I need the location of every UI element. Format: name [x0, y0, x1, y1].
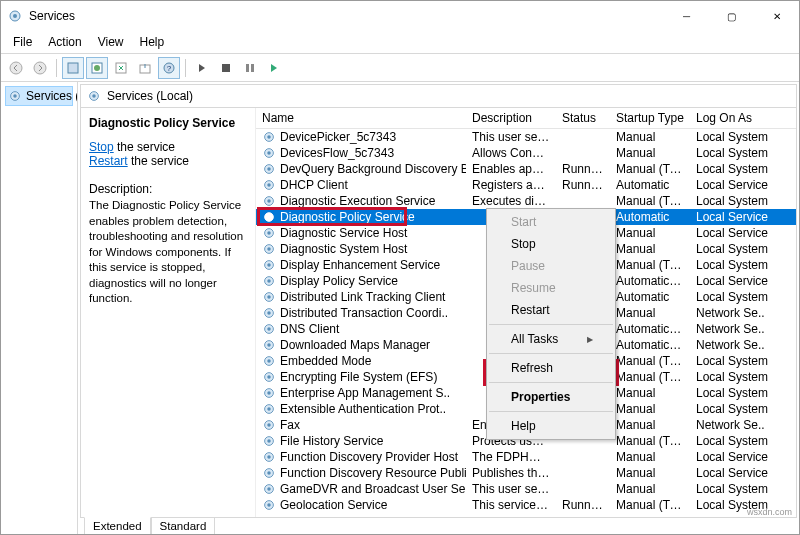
services-list: Name Description Status Startup Type Log… [256, 108, 796, 517]
ctx-help[interactable]: Help [487, 415, 615, 437]
svg-point-61 [267, 471, 271, 475]
table-row[interactable]: Geolocation ServiceThis service mo..Runn… [256, 497, 796, 513]
svg-point-39 [267, 295, 271, 299]
refresh-button[interactable] [110, 57, 132, 79]
svg-point-51 [267, 391, 271, 395]
toolbar-icon-2[interactable] [86, 57, 108, 79]
svg-point-19 [267, 135, 271, 139]
svg-point-65 [267, 503, 271, 507]
svg-rect-12 [246, 64, 249, 72]
svg-point-33 [267, 247, 271, 251]
play-button[interactable] [191, 57, 213, 79]
ctx-restart[interactable]: Restart [487, 299, 615, 321]
svg-rect-4 [68, 63, 78, 73]
svg-point-23 [267, 167, 271, 171]
titlebar: Services ─ ▢ ✕ [1, 1, 799, 31]
ctx-all-tasks[interactable]: All Tasks▶ [487, 328, 615, 350]
ctx-properties[interactable]: Properties [487, 386, 615, 408]
col-name[interactable]: Name [256, 108, 466, 128]
menu-view[interactable]: View [92, 33, 130, 51]
nav-label: Services (Local [26, 89, 78, 103]
export-button[interactable] [134, 57, 156, 79]
svg-point-37 [267, 279, 271, 283]
svg-point-17 [92, 94, 96, 98]
svg-point-27 [267, 199, 271, 203]
svg-point-25 [267, 183, 271, 187]
svg-text:?: ? [167, 64, 172, 73]
col-type[interactable]: Startup Type [610, 108, 690, 128]
menu-help[interactable]: Help [134, 33, 171, 51]
restart-button[interactable] [263, 57, 285, 79]
panel-header: Services (Local) [80, 84, 797, 108]
tab-standard[interactable]: Standard [151, 518, 216, 534]
svg-point-45 [267, 343, 271, 347]
ctx-refresh[interactable]: Refresh [487, 357, 615, 379]
close-button[interactable]: ✕ [754, 1, 799, 31]
detail-pane: Diagnostic Policy Service Stop the servi… [81, 108, 256, 517]
context-menu: Start Stop Pause Resume Restart All Task… [486, 208, 616, 440]
detail-actions: Stop the service Restart the service [89, 140, 247, 168]
chevron-right-icon: ▶ [587, 335, 593, 344]
svg-rect-11 [222, 64, 230, 72]
col-status[interactable]: Status [556, 108, 610, 128]
ctx-resume: Resume [487, 277, 615, 299]
toolbar-icon-1[interactable] [62, 57, 84, 79]
svg-point-57 [267, 439, 271, 443]
nav-services-local[interactable]: Services (Local [5, 86, 73, 106]
toolbar: ? [1, 54, 799, 82]
ctx-pause: Pause [487, 255, 615, 277]
help-button[interactable]: ? [158, 57, 180, 79]
svg-point-49 [267, 375, 271, 379]
ctx-start: Start [487, 211, 615, 233]
maximize-button[interactable]: ▢ [709, 1, 754, 31]
panel-header-title: Services (Local) [107, 89, 193, 103]
svg-point-55 [267, 423, 271, 427]
stop-button[interactable] [215, 57, 237, 79]
svg-rect-13 [251, 64, 254, 72]
svg-point-35 [267, 263, 271, 267]
menu-action[interactable]: Action [42, 33, 87, 51]
services-window: Services ─ ▢ ✕ File Action View Help ? S… [0, 0, 800, 535]
desc-label: Description: [89, 182, 247, 196]
detail-title: Diagnostic Policy Service [89, 116, 247, 130]
svg-point-47 [267, 359, 271, 363]
app-icon [7, 8, 23, 24]
col-desc[interactable]: Description [466, 108, 556, 128]
main-panel: Services (Local) Diagnostic Policy Servi… [78, 82, 799, 534]
window-title: Services [29, 9, 664, 23]
menubar: File Action View Help [1, 31, 799, 54]
back-button[interactable] [5, 57, 27, 79]
minimize-button[interactable]: ─ [664, 1, 709, 31]
forward-button[interactable] [29, 57, 51, 79]
list-header: Name Description Status Startup Type Log… [256, 108, 796, 129]
menu-file[interactable]: File [7, 33, 38, 51]
watermark: wsxdn.com [747, 507, 792, 517]
svg-point-41 [267, 311, 271, 315]
pause-button[interactable] [239, 57, 261, 79]
svg-point-53 [267, 407, 271, 411]
stop-link[interactable]: Stop [89, 140, 114, 154]
view-tabs: ExtendedStandard [78, 518, 799, 534]
svg-point-31 [267, 231, 271, 235]
svg-point-6 [94, 65, 100, 71]
gear-icon [87, 89, 101, 103]
nav-tree: Services (Local [1, 82, 78, 534]
svg-point-63 [267, 487, 271, 491]
svg-point-1 [13, 14, 17, 18]
svg-point-29 [267, 215, 271, 219]
svg-point-43 [267, 327, 271, 331]
svg-point-2 [10, 62, 22, 74]
svg-point-15 [13, 94, 17, 98]
svg-point-59 [267, 455, 271, 459]
tab-extended[interactable]: Extended [84, 517, 151, 534]
svg-point-21 [267, 151, 271, 155]
svg-point-3 [34, 62, 46, 74]
ctx-stop[interactable]: Stop [487, 233, 615, 255]
desc-text: The Diagnostic Policy Service enables pr… [89, 198, 247, 307]
restart-link[interactable]: Restart [89, 154, 128, 168]
col-logon[interactable]: Log On As [690, 108, 776, 128]
gear-icon [8, 89, 22, 103]
